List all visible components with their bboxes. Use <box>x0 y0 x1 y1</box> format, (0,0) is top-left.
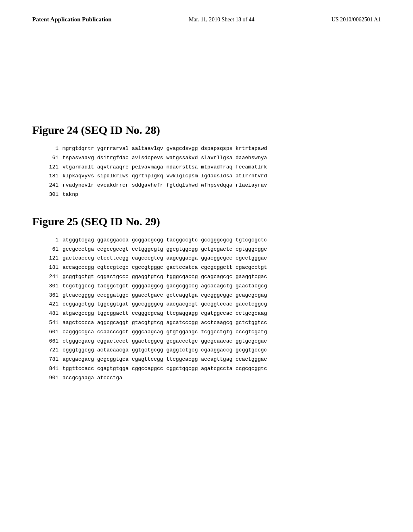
page-container: Patent Application Publication Mar. 11, … <box>0 0 413 532</box>
empty-top-area <box>32 35 381 116</box>
seq25-num-6: 301 <box>40 282 58 291</box>
seq25-num-2: 61 <box>40 245 58 254</box>
figure25-section: Figure 25 (SEQ ID No. 29) 1 atgggtcgag g… <box>32 215 381 382</box>
seq25-content-3: gactcacccg ctccttccgg cagcccgtcg aagcgga… <box>63 254 267 263</box>
seq25-num-10: 541 <box>40 319 58 327</box>
seq25-num-9: 481 <box>40 310 58 318</box>
seq25-line-1: 1 atgggtcgag ggacggacca gcggacgcgg tacgg… <box>40 236 381 245</box>
seq25-content-7: gtcaccgggg cccggatggc ggacctgacc gctcagg… <box>63 291 267 300</box>
seq24-content-4: klpkaqvyvs sipdlkrlws qgrtnplgkq vwklglc… <box>63 172 267 181</box>
seq24-num-5: 241 <box>40 181 58 190</box>
seq25-content-6: tcgctggccg tacggctgct ggggaaggcg gacgcgg… <box>63 282 267 291</box>
seq25-line-5: 241 gcggtgctgt cggactgccc ggaggtgtcg tgg… <box>40 273 381 281</box>
seq24-line-2: 61 tspasvaavg dsitrgfdac avlsdcpevs watg… <box>40 154 381 162</box>
seq25-content-15: tggttccacc cgagtgtgga cggccaggcc cggctgg… <box>63 365 267 373</box>
seq25-line-4: 181 accagcccgg cgtccgtcgc cgccgtgggc gac… <box>40 264 381 272</box>
seq25-content-14: agcgacgacg gcgcggtgca cgagttccgg ttcggca… <box>63 355 267 364</box>
figure25-sequence-block: 1 atgggtcgag ggacggacca gcggacgcgg tacgg… <box>40 236 381 382</box>
figure24-sequence-block: 1 mgrgtdqrtr ygrrrarval aaltaavlqv gvagc… <box>40 145 381 199</box>
seq25-line-15: 841 tggttccacc cgagtgtgga cggccaggcc cgg… <box>40 365 381 373</box>
seq25-content-12: ctgggcgacg cggactccct ggactcggcg gcgaccc… <box>63 337 267 346</box>
seq24-content-2: tspasvaavg dsitrgfdac avlsdcpevs watgssa… <box>63 154 267 162</box>
seq25-num-12: 661 <box>40 337 58 346</box>
seq25-line-10: 541 aagctcccca aggcgcaggt gtacgtgtcg agc… <box>40 319 381 327</box>
seq25-line-11: 601 cagggccgca ccaacccgct gggcaagcag gtg… <box>40 328 381 337</box>
seq24-line-1: 1 mgrgtdqrtr ygrrrarval aaltaavlqv gvagc… <box>40 145 381 153</box>
seq25-num-16: 901 <box>40 374 58 382</box>
seq24-content-6: taknp <box>63 191 78 199</box>
seq24-line-6: 301 taknp <box>40 191 381 199</box>
seq24-num-3: 121 <box>40 163 58 172</box>
seq24-num-1: 1 <box>40 145 58 153</box>
seq25-content-11: cagggccgca ccaacccgct gggcaagcag gtgtgga… <box>63 328 267 337</box>
seq25-line-9: 481 atgacgccgg tggcggactt ccgggcgcag ttc… <box>40 310 381 318</box>
seq25-num-4: 181 <box>40 264 58 272</box>
seq24-line-4: 181 klpkaqvyvs sipdlkrlws qgrtnplgkq vwk… <box>40 172 381 181</box>
seq25-content-10: aagctcccca aggcgcaggt gtacgtgtcg agcatcc… <box>63 319 267 327</box>
seq25-num-3: 121 <box>40 254 58 263</box>
seq25-num-5: 241 <box>40 273 58 281</box>
figure24-title: Figure 24 (SEQ ID No. 28) <box>32 124 381 137</box>
seq25-line-13: 721 cgggtggcgg actacaacga ggtgctgcgg gag… <box>40 346 381 355</box>
seq24-line-3: 121 vtgarmadlt aqvtraaqre pelvavmaga nda… <box>40 163 381 172</box>
header-patent-number: US 2010/0062501 A1 <box>332 17 381 23</box>
header-publication-label: Patent Application Publication <box>32 16 112 23</box>
seq25-content-13: cgggtggcgg actacaacga ggtgctgcgg gaggtct… <box>63 346 267 355</box>
seq24-num-6: 301 <box>40 191 58 199</box>
seq25-line-8: 421 ccggagctgg tggcggtgat ggccggggcg aac… <box>40 300 381 309</box>
seq24-content-5: rvadynevlr evcakdrrcr sddgavhefr fgtdqls… <box>63 181 267 190</box>
seq24-num-2: 61 <box>40 154 58 162</box>
seq25-line-6: 301 tcgctggccg tacggctgct ggggaaggcg gac… <box>40 282 381 291</box>
seq24-content-1: mgrgtdqrtr ygrrrarval aaltaavlqv gvagcds… <box>63 145 267 153</box>
seq25-num-1: 1 <box>40 236 58 245</box>
seq25-line-2: 61 gccgccctga ccgccgccgt cctgggcgtg ggcg… <box>40 245 381 254</box>
seq25-num-15: 841 <box>40 365 58 373</box>
seq25-content-8: ccggagctgg tggcggtgat ggccggggcg aacgacg… <box>63 300 267 309</box>
seq25-num-14: 781 <box>40 355 58 364</box>
seq25-line-14: 781 agcgacgacg gcgcggtgca cgagttccgg ttc… <box>40 355 381 364</box>
seq25-num-7: 361 <box>40 291 58 300</box>
seq24-line-5: 241 rvadynevlr evcakdrrcr sddgavhefr fgt… <box>40 181 381 190</box>
seq25-content-2: gccgccctga ccgccgccgt cctgggcgtg ggcgtgg… <box>63 245 267 254</box>
figure25-title: Figure 25 (SEQ ID No. 29) <box>32 215 381 228</box>
seq24-content-3: vtgarmadlt aqvtraaqre pelvavmaga ndacrst… <box>63 163 267 172</box>
seq24-num-4: 181 <box>40 172 58 181</box>
seq25-content-5: gcggtgctgt cggactgccc ggaggtgtcg tgggcga… <box>63 273 267 281</box>
seq25-line-7: 361 gtcaccgggg cccggatggc ggacctgacc gct… <box>40 291 381 300</box>
seq25-content-9: atgacgccgg tggcggactt ccgggcgcag ttcgagg… <box>63 310 267 318</box>
seq25-line-16: 901 accgcgaaga atccctga <box>40 374 381 382</box>
seq25-num-8: 421 <box>40 300 58 309</box>
seq25-line-12: 661 ctgggcgacg cggactccct ggactcggcg gcg… <box>40 337 381 346</box>
seq25-content-16: accgcgaaga atccctga <box>63 374 122 382</box>
seq25-line-3: 121 gactcacccg ctccttccgg cagcccgtcg aag… <box>40 254 381 263</box>
seq25-num-11: 601 <box>40 328 58 337</box>
seq25-content-1: atgggtcgag ggacggacca gcggacgcgg tacggcc… <box>63 236 267 245</box>
seq25-num-13: 721 <box>40 346 58 355</box>
header-date-sheet: Mar. 11, 2010 Sheet 18 of 44 <box>189 17 254 23</box>
page-header: Patent Application Publication Mar. 11, … <box>32 16 381 23</box>
figure24-section: Figure 24 (SEQ ID No. 28) 1 mgrgtdqrtr y… <box>32 124 381 199</box>
seq25-content-4: accagcccgg cgtccgtcgc cgccgtgggc gactcca… <box>63 264 267 272</box>
